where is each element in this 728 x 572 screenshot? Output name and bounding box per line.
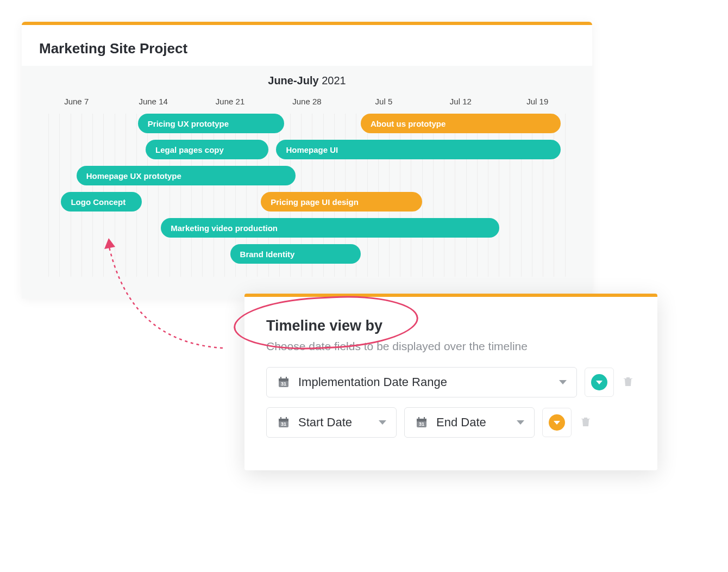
gantt-task-bar[interactable]: Logo Concept: [61, 192, 142, 212]
gantt-card: Marketing Site Project June-July 2021 Ju…: [22, 22, 592, 299]
popover-title: Timeline view by: [266, 318, 636, 320]
date-column-header: June 28: [268, 97, 345, 106]
gantt-task-bar[interactable]: Marketing video production: [161, 218, 499, 238]
date-column-header: Jul 19: [499, 97, 576, 106]
period-title: June-July 2021: [22, 74, 592, 87]
gantt-bars: Pricing UX prototypeAbout us prototypeLe…: [38, 114, 576, 277]
gantt-task-bar[interactable]: Legal pages copy: [146, 140, 268, 159]
project-title: Marketing Site Project: [39, 40, 575, 57]
date-column-header: June 14: [115, 97, 191, 106]
gantt-body: June-July 2021 June 7June 14June 21June …: [22, 66, 592, 299]
gantt-task-bar[interactable]: Brand Identity: [230, 244, 361, 264]
date-column-header: June 7: [38, 97, 115, 106]
gantt-task-bar[interactable]: About us prototype: [361, 114, 561, 133]
timeline-settings-popover: Timeline view by Choose date fields to b…: [244, 294, 657, 320]
gantt-task-bar[interactable]: Homepage UI: [276, 140, 560, 159]
date-column-header: Jul 5: [346, 97, 422, 106]
period-year: 2021: [322, 74, 346, 86]
gantt-rows: Pricing UX prototypeAbout us prototypeLe…: [22, 114, 592, 277]
gantt-task-bar[interactable]: Pricing page UI design: [261, 192, 422, 212]
gantt-task-bar[interactable]: Pricing UX prototype: [138, 114, 284, 133]
date-column-header: Jul 12: [422, 97, 499, 106]
date-axis: June 7June 14June 21June 28Jul 5Jul 12Ju…: [22, 97, 592, 106]
date-column-header: June 21: [192, 97, 268, 106]
period-range: June-July: [268, 74, 318, 86]
gantt-task-bar[interactable]: Homepage UX prototype: [77, 166, 296, 185]
gantt-header: Marketing Site Project: [22, 25, 592, 66]
